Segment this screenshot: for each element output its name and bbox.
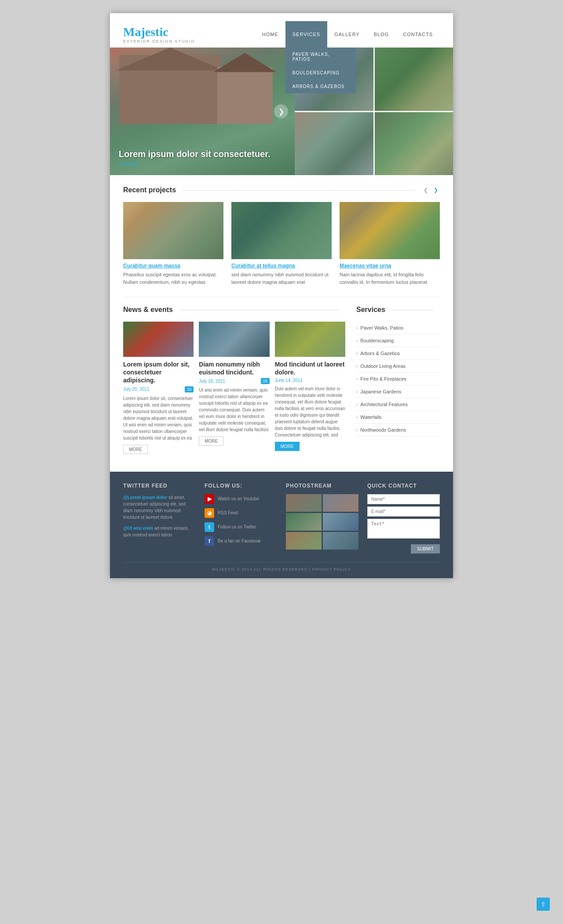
service-item-4[interactable]: ›Outdoor Living Areas [356,360,440,373]
contact-name-input[interactable] [367,494,440,504]
news-title-3: Mod tincidunt ut laoreet dolore. [275,360,345,376]
services-header: Services [356,306,440,314]
contact-form: SUBMIT [367,494,440,542]
footer-follow: Follow us: ▶ Watch us on Youtube ◕ RSS F… [205,483,277,554]
service-item-7[interactable]: ›Architectural Features [356,398,440,411]
project-img-1 [123,202,223,259]
news-meta-1: July 20, 2011 25 [123,386,194,392]
projects-grid: Curabitur quam massa Phasellus suscipit … [123,202,440,286]
chevron-icon-4: › [356,364,358,369]
footer-twitter: Twitter Feed @Lorem ipsum dolor sit amet… [123,483,196,554]
news-divider [179,310,339,310]
chevron-icon-9: › [356,428,358,433]
photo-6[interactable] [323,532,358,550]
follow-youtube[interactable]: ▶ Watch us on Youtube [205,494,277,504]
youtube-icon: ▶ [205,494,214,504]
project-img-2 [231,202,332,259]
nav-gallery[interactable]: GALLERY [327,21,367,48]
news-card-3: Mod tincidunt ut laoreet dolore. June 14… [275,322,345,454]
project-title-1[interactable]: Curabitur quam massa [123,263,223,269]
follow-title: Follow us: [205,483,277,489]
twitter-bird-icon: t [205,522,214,532]
news-grid: Lorem ipsum dolor sit, consectetuer adip… [123,322,345,454]
service-item-8[interactable]: ›Waterfalls [356,411,440,424]
rss-icon: ◕ [205,508,214,518]
project-img-3 [340,202,440,259]
photo-1[interactable] [286,494,322,512]
photo-5[interactable] [286,532,322,550]
projects-next[interactable]: ❯ [432,186,440,194]
services-title: Services [356,306,385,314]
project-title-3[interactable]: Maecenas vitae urna [340,263,440,269]
main-nav: HOME SERVICES PAVER WALKS, PATIOS BOULDE… [255,21,440,48]
news-img-2 [199,322,269,357]
photo-3[interactable] [286,513,322,531]
project-card-3: Maecenas vitae urna Nam lacinia dapibus … [340,202,440,286]
submit-button[interactable]: SUBMIT [411,544,440,554]
contact-email-input[interactable] [367,506,440,517]
logo-tagline: EXTERIOR DESIGN STUDIO [123,39,195,44]
hero-grid-3 [295,112,373,176]
hero-caption: Lorem ipsum dolor sit consectetuer. [119,148,273,160]
hero-main-image: Lorem ipsum dolor sit consectetuer. #mon… [110,48,295,175]
footer-bottom: MAJESTIC © 2012 ALL RIGHTS RESERVED | PR… [123,562,440,572]
service-item-1[interactable]: ›Paver Walks, Patios [356,322,440,334]
service-item-2[interactable]: ›Boulderscaping [356,334,440,347]
chevron-icon-1: › [356,326,358,330]
photostream-title: Photostream [286,483,358,489]
follow-twitter[interactable]: t Follow us on Twitter [205,522,277,532]
news-more-3[interactable]: MORE [275,442,300,451]
hero-next-button[interactable]: ❯ [274,104,288,118]
recent-projects-title: Recent projects [123,186,176,194]
services-dropdown: PAVER WALKS, PATIOS BOULDERSCAPING ARBOR… [285,48,356,93]
services-divider [392,310,433,310]
photostream-grid [286,494,358,550]
project-desc-1: Phasellus suscipit egestas eros ac volut… [123,271,223,286]
photo-2[interactable] [323,494,358,512]
news-services-section: News & events Lorem ipsum dolor sit, con… [123,306,440,461]
news-card-2: Diam nonummy nibh euismod tincidunt. Jul… [199,322,269,454]
project-desc-3: Nam lacinia dapibus elit, id fringilla f… [340,271,440,286]
service-item-6[interactable]: ›Japanese Gardens [356,385,440,398]
hero-link[interactable]: #montana [119,161,273,166]
hero-grid-2 [375,48,453,111]
news-more-1[interactable]: MORE [123,445,148,454]
contact-text-input[interactable] [367,519,440,539]
twitter-entry-1: @Lorem ipsum dolor sit amet, consectetue… [123,494,196,521]
news-img-1 [123,322,194,357]
dropdown-paver[interactable]: PAVER WALKS, PATIOS [285,48,356,66]
news-more-2[interactable]: MORE [199,436,223,446]
follow-facebook[interactable]: f Be a fan on Facebook [205,536,277,546]
service-item-9[interactable]: ›Northwoods Gardens [356,424,440,436]
nav-home[interactable]: HOME [255,21,285,48]
news-title-1: Lorem ipsum dolor sit, consectetuer adip… [123,360,194,385]
chevron-icon-2: › [356,338,358,343]
service-item-3[interactable]: ›Arbors & Gazebos [356,347,440,360]
follow-rss[interactable]: ◕ RSS Feed [205,508,277,518]
chevron-icon-5: › [356,377,358,381]
service-item-5[interactable]: ›Fire Pits & Fireplaces [356,373,440,385]
project-nav-arrows: ❮ ❯ [422,186,440,194]
nav-blog[interactable]: BLOG [367,21,396,48]
chevron-icon-7: › [356,402,358,407]
dropdown-boulder[interactable]: BOULDERSCAPING [285,66,356,80]
logo[interactable]: Majestic EXTERIOR DESIGN STUDIO [123,25,195,44]
nav-services[interactable]: SERVICES PAVER WALKS, PATIOS BOULDERSCAP… [285,21,327,48]
footer-grid: Twitter Feed @Lorem ipsum dolor sit amet… [123,483,440,554]
project-title-2[interactable]: Curabitur at tellus magna [231,263,332,269]
main-content: Recent projects ❮ ❯ Curabitur quam massa… [110,175,453,472]
section-divider [183,190,415,191]
projects-prev[interactable]: ❮ [422,186,430,194]
nav-contacts[interactable]: CONTACTS [396,21,440,48]
dropdown-arbors[interactable]: ARBORS & GAZEBOS [285,80,356,93]
twitter-user-2: @Ut wisi enim [123,526,153,531]
photo-4[interactable] [323,513,358,531]
logo-name: Majestic [123,25,195,39]
hero-section: Lorem ipsum dolor sit consectetuer. #mon… [110,48,453,175]
twitter-entry-2: @Ut wisi enim ad minim veniam, quis nost… [123,525,196,538]
hero-grid-4 [375,112,453,176]
news-title-2: Diam nonummy nibh euismod tincidunt. [199,360,269,376]
services-list: ›Paver Walks, Patios ›Boulderscaping ›Ar… [356,322,440,436]
footer-photostream: Photostream [286,483,358,554]
contact-title: Quick contact [367,483,440,489]
